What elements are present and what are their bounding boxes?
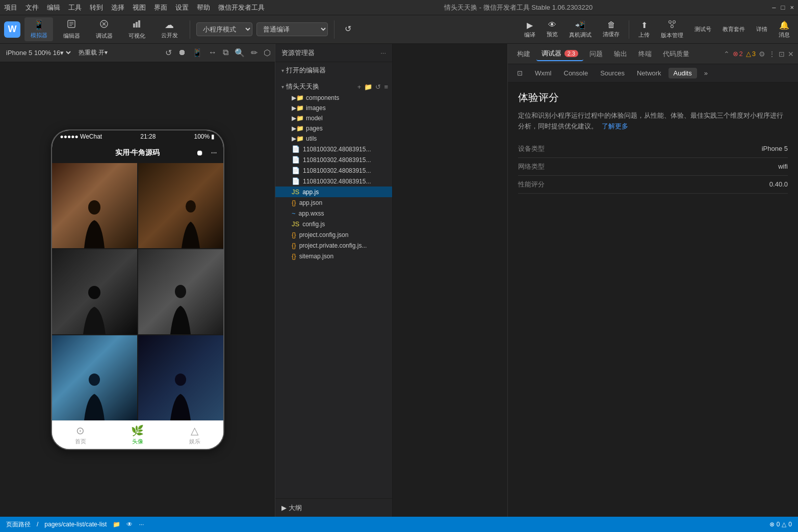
eye-icon-status[interactable]: 👁	[126, 521, 133, 528]
photo-cell-1[interactable]	[52, 163, 137, 248]
tab-build[interactable]: 构建	[512, 47, 535, 61]
folder-pages[interactable]: ▶ 📁 pages	[275, 123, 392, 134]
menu-item-project[interactable]: 项目	[4, 3, 17, 12]
inner-tab-console[interactable]: Console	[559, 68, 594, 78]
explorer-more-icon[interactable]: ···	[380, 49, 386, 57]
undock-icon[interactable]: ⊡	[779, 50, 785, 58]
inner-tab-network[interactable]: Network	[632, 68, 666, 78]
menu-item-file[interactable]: 文件	[25, 3, 39, 12]
close-devtools-icon[interactable]: ✕	[788, 50, 794, 58]
nav-avatar[interactable]: 🌿 头像	[109, 421, 166, 449]
file-1108-3[interactable]: 📄 1108100302.48083915...	[275, 165, 392, 176]
file-project-private[interactable]: {} project.private.config.js...	[275, 240, 392, 251]
open-editors-label[interactable]: ▾ 打开的编辑器	[275, 64, 392, 76]
upload-button[interactable]: ⬆ 上传	[634, 18, 654, 41]
tab-output[interactable]: 输出	[609, 47, 632, 61]
menu-item-settings[interactable]: 设置	[175, 3, 189, 12]
menu-item-view[interactable]: 视图	[133, 3, 146, 12]
inner-tab-more[interactable]: »	[699, 68, 713, 78]
file-1108-2[interactable]: 📄 1108100302.48083915...	[275, 154, 392, 165]
expand-up-icon[interactable]: ⌃	[724, 50, 730, 58]
message-button[interactable]: 🔔 消息	[775, 18, 794, 41]
nav-more-icon[interactable]: ···	[211, 149, 217, 157]
folder-utils[interactable]: ▶ 📁 utils	[275, 134, 392, 144]
sim-rotate-icon[interactable]: ↔	[209, 48, 217, 58]
file-config-js[interactable]: JS config.js	[275, 219, 392, 229]
more-icon[interactable]: ⋮	[768, 50, 776, 58]
project-refresh-icon[interactable]: ↺	[375, 83, 381, 91]
menu-item-select[interactable]: 选择	[111, 3, 124, 12]
hot-reset-button[interactable]: 热重载 开▾	[79, 48, 108, 57]
tab-debugger[interactable]: 调试器 2.3	[536, 47, 583, 61]
edu-kit-button[interactable]: 教育套件	[718, 23, 749, 35]
folder-images[interactable]: ▶ 📁 images	[275, 103, 392, 113]
folder-icon-status[interactable]: 📁	[113, 521, 120, 528]
more-icon-status[interactable]: ···	[139, 521, 144, 528]
photo-cell-5[interactable]	[52, 335, 137, 420]
menu-item-wechat[interactable]: 微信开发者工具	[218, 3, 265, 12]
compile-select[interactable]: 普通编译	[256, 22, 328, 36]
sim-paint-icon[interactable]: 🔍	[235, 48, 245, 58]
photo-cell-4[interactable]	[138, 249, 223, 334]
version-manager-button[interactable]: 版本管理	[657, 17, 687, 41]
file-app-wxss[interactable]: ~ app.wxss	[275, 208, 392, 219]
inner-tab-wxml[interactable]: Wxml	[530, 68, 557, 78]
test-number-button[interactable]: 测试号	[690, 23, 715, 35]
photo-cell-6[interactable]	[138, 335, 223, 420]
tab-code-quality[interactable]: 代码质量	[658, 47, 694, 61]
inner-tab-sources[interactable]: Sources	[595, 68, 630, 78]
explorer-bottom[interactable]: ▶ 大纲	[275, 498, 392, 517]
project-folder-icon[interactable]: 📁	[364, 83, 372, 91]
folder-model[interactable]: ▶ 📁 model	[275, 113, 392, 123]
detail-button[interactable]: 详情	[752, 23, 771, 35]
file-1108-1[interactable]: 📄 1108100302.48083915...	[275, 144, 392, 154]
menu-item-help[interactable]: 帮助	[197, 3, 210, 12]
inspector-icon: ⊡	[517, 69, 523, 77]
refresh-button[interactable]: ↺	[341, 22, 355, 37]
preview-button[interactable]: 👁 预览	[543, 18, 562, 40]
tab-issues[interactable]: 问题	[584, 47, 608, 61]
photo-cell-3[interactable]	[52, 249, 137, 334]
sim-more-icon[interactable]: ✏	[251, 48, 258, 58]
nav-entertainment[interactable]: △ 娱乐	[166, 421, 223, 449]
file-app-json[interactable]: {} app.json	[275, 197, 392, 208]
maximize-button[interactable]: □	[781, 4, 785, 11]
file-1108-4[interactable]: 📄 1108100302.48083915...	[275, 176, 392, 187]
clear-cache-button[interactable]: 🗑 清缓存	[599, 18, 624, 40]
menu-item-tools[interactable]: 工具	[68, 3, 82, 12]
sim-phone-icon[interactable]: 📱	[192, 48, 202, 58]
menu-item-goto[interactable]: 转到	[90, 3, 103, 12]
real-test-button[interactable]: 📲 真机调试	[565, 18, 596, 41]
inner-tab-inspector[interactable]: ⊡	[512, 68, 528, 78]
photo-cell-2[interactable]	[138, 163, 223, 248]
device-select[interactable]: iPhone 5 100% 16▾	[4, 48, 72, 57]
minimize-button[interactable]: –	[772, 4, 776, 11]
audit-learn-more-link[interactable]: 了解更多	[602, 122, 628, 130]
file-app-js[interactable]: JS app.js	[275, 187, 392, 197]
sim-copy-icon[interactable]: ⧉	[223, 48, 228, 58]
menu-item-interface[interactable]: 界面	[154, 3, 167, 12]
compile-run-button[interactable]: ▶ 编译	[520, 18, 539, 41]
project-collapse-icon[interactable]: ≡	[384, 83, 388, 91]
mode-select[interactable]: 小程序模式	[196, 22, 252, 36]
sim-hex-icon[interactable]: ⬡	[264, 48, 271, 58]
menu-item-edit[interactable]: 编辑	[47, 3, 60, 12]
settings-icon[interactable]: ⚙	[759, 50, 765, 58]
project-label[interactable]: ▾ 情头天天换 + 📁 ↺ ≡	[275, 81, 392, 93]
sim-record-icon[interactable]: ⏺	[178, 48, 186, 58]
sim-refresh-icon[interactable]: ↺	[165, 48, 172, 58]
tab-terminal[interactable]: 终端	[633, 47, 657, 61]
version-icon	[667, 19, 677, 31]
debugger-button[interactable]: 调试器	[90, 17, 118, 42]
close-button[interactable]: ×	[790, 4, 794, 11]
file-project-config[interactable]: {} project.config.json	[275, 229, 392, 240]
visualize-button[interactable]: 可视化	[122, 17, 151, 42]
cloud-button[interactable]: ☁ 云开发	[155, 17, 184, 41]
nav-home[interactable]: ⊙ 首页	[52, 421, 109, 449]
inner-tab-audits[interactable]: Audits	[668, 68, 697, 78]
editor-button[interactable]: 编辑器	[57, 17, 86, 42]
project-add-icon[interactable]: +	[357, 83, 362, 91]
folder-components[interactable]: ▶ 📁 components	[275, 93, 392, 103]
file-sitemap[interactable]: {} sitemap.json	[275, 251, 392, 261]
simulator-button[interactable]: 📱 模拟器	[24, 17, 53, 41]
